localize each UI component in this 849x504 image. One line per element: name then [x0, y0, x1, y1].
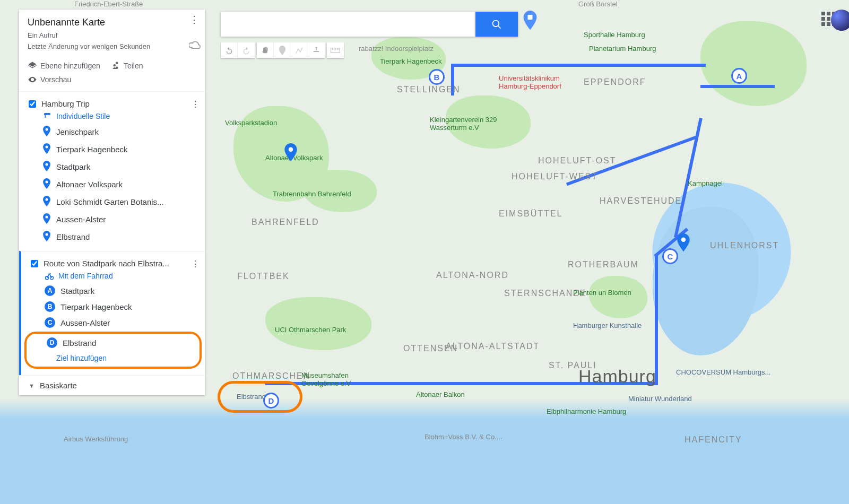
place-label: Loki Schmidt Garten Botanis...: [56, 197, 164, 206]
label-eppendorf: EPPENDORF: [584, 77, 646, 87]
layer2-visibility-checkbox[interactable]: [31, 260, 38, 267]
poi-kunsthalle[interactable]: Hamburger Kunsthalle: [573, 321, 642, 329]
search-input[interactable]: [221, 12, 475, 37]
map-title[interactable]: Unbenannte Karte: [28, 17, 196, 28]
svg-rect-12: [331, 48, 340, 53]
measure-button[interactable]: [327, 42, 344, 58]
svg-point-9: [46, 233, 48, 236]
poi-airbus[interactable]: Airbus Werksführung: [64, 435, 128, 443]
waypoint-b[interactable]: B: [429, 69, 445, 85]
label-othmarschen: OTHMARSCHEN: [232, 371, 310, 381]
route-stop-b[interactable]: BTierpark Hagenbeck: [21, 299, 205, 315]
place-altonaer-volkspark[interactable]: Altonaer Volkspark: [19, 176, 205, 193]
waypoint-a[interactable]: A: [731, 68, 747, 84]
label-bahrenfeld: BAHRENFELD: [252, 218, 319, 227]
pan-tool-button[interactable]: [257, 42, 274, 58]
poi-planetarium[interactable]: Planetarium Hamburg: [589, 45, 656, 53]
add-destination-button[interactable]: Ziel hinzufügen: [27, 351, 200, 366]
route-stop-d[interactable]: DElbstrand: [27, 335, 200, 351]
basemap-toggle[interactable]: ▼ Basiskarte: [19, 375, 205, 395]
svg-point-1: [681, 237, 686, 242]
preview-button[interactable]: Vorschau: [28, 75, 71, 84]
pin-icon: [42, 213, 51, 225]
route-stop-label: Stadtpark: [60, 286, 94, 296]
account-avatar[interactable]: [831, 10, 849, 31]
label-altona-nord: ALTONA-NORD: [436, 271, 509, 280]
layer2-overflow-menu[interactable]: ⋮: [192, 259, 200, 268]
place-jenischpark[interactable]: Jenischpark: [19, 123, 205, 141]
add-marker-button[interactable]: [274, 42, 291, 58]
redo-button[interactable]: [238, 42, 255, 58]
poi-planten-un-blomen[interactable]: Planten un Blomen: [573, 289, 631, 297]
draw-line-button[interactable]: [291, 42, 308, 58]
route-stop-a[interactable]: AStadtpark: [21, 283, 205, 299]
poi-trabrennbahn[interactable]: Trabrennbahn Bahrenfeld: [273, 190, 351, 198]
poi-miniatur[interactable]: Miniatur Wunderland: [628, 395, 692, 403]
poi-indoorspielplatz[interactable]: rabatzz! Indoorspielplatz: [359, 45, 434, 53]
poi-uke[interactable]: Universitätsklinikum Hamburg-Eppendorf: [499, 74, 584, 90]
map-views: Ein Aufruf: [28, 31, 196, 39]
label-hafencity: HAFENCITY: [685, 435, 742, 445]
route-stop-c[interactable]: CAussen-Alster: [21, 315, 205, 331]
svg-point-3: [46, 128, 48, 131]
poi-volksparkstadion[interactable]: Volksparkstadion: [225, 119, 277, 127]
search-button[interactable]: [475, 12, 518, 37]
place-label: Elbstrand: [56, 232, 90, 241]
svg-point-7: [46, 198, 48, 201]
poi-blohmvoss[interactable]: Blohm+Voss B.V. & Co....: [424, 433, 503, 441]
label-altona-altstadt: ALTONA-ALTSTADT: [446, 342, 540, 351]
basemap-label: Basiskarte: [40, 381, 77, 390]
layer1-overflow-menu[interactable]: ⋮: [192, 99, 200, 109]
share-label: Teilen: [124, 62, 143, 70]
add-layer-label: Ebene hinzufügen: [40, 62, 100, 70]
add-directions-button[interactable]: [308, 42, 325, 58]
layer1-visibility-checkbox[interactable]: [29, 100, 36, 108]
route-letter-a: A: [45, 285, 55, 296]
map-overflow-menu[interactable]: ⋮: [189, 14, 200, 25]
share-button[interactable]: Teilen: [111, 61, 143, 71]
place-elbstrand[interactable]: Elbstrand: [19, 228, 205, 246]
sidebar-header: Unbenannte Karte Ein Aufruf Letzte Änder…: [19, 10, 205, 56]
layer2-travelmode-button[interactable]: Mit dem Fahrrad: [21, 269, 205, 283]
preview-label: Vorschau: [40, 75, 71, 84]
poi-uci[interactable]: UCI Othmarschen Park: [275, 326, 346, 334]
search-bar: [221, 12, 518, 37]
pin-icon: [42, 178, 51, 190]
poi-museumshafen[interactable]: Museumshafen Oevelgönne e.V: [301, 371, 370, 387]
undo-button[interactable]: [221, 42, 238, 58]
route-stop-label: Elbstrand: [63, 338, 96, 347]
add-layer-button[interactable]: Ebene hinzufügen: [28, 61, 100, 71]
waypoint-c[interactable]: C: [662, 248, 678, 264]
shopping-pin-icon[interactable]: [523, 11, 538, 30]
poi-elbphilharmonie[interactable]: Elbphilharmonie Hamburg: [547, 407, 626, 415]
place-label: Tierpark Hagenbeck: [56, 145, 128, 154]
marker-icon: [279, 46, 286, 55]
poi-friedrich-ebert-str[interactable]: Friedrich-Ebert-Straße: [74, 0, 143, 8]
layer1-header[interactable]: Hamburg Trip ⋮: [19, 96, 205, 109]
poi-chocoversum[interactable]: CHOCOVERSUM Hamburgs...: [676, 368, 770, 376]
map-highlight-elbstrand: [218, 381, 302, 413]
share-icon: [111, 61, 120, 71]
poi-tierpark-hagenbeck[interactable]: Tierpark Hagenbeck: [380, 57, 442, 65]
poi-kleingarten[interactable]: Kleingartenverein 329 Wasserturm e.V: [430, 116, 509, 132]
poi-altonaer-balkon[interactable]: Altonaer Balkon: [416, 390, 465, 398]
poi-kampnagel[interactable]: Kampnagel: [688, 179, 723, 187]
place-loki-schmidt[interactable]: Loki Schmidt Garten Botanis...: [19, 193, 205, 211]
layer2-header[interactable]: Route von Stadtpark nach Elbstra... ⋮: [21, 256, 205, 269]
poi-gross-borstel[interactable]: Groß Borstel: [578, 0, 618, 8]
place-label: Aussen-Alster: [56, 215, 106, 224]
label-stpauli: ST. PAULI: [549, 361, 597, 370]
place-label: Altonaer Volkspark: [56, 180, 123, 189]
map-pin-icon[interactable]: [284, 143, 296, 155]
layer2-name: Route von Stadtpark nach Elbstra...: [44, 259, 169, 268]
place-aussen-alster[interactable]: Aussen-Alster: [19, 211, 205, 228]
svg-point-6: [46, 180, 48, 183]
place-tierpark-hagenbeck[interactable]: Tierpark Hagenbeck: [19, 141, 205, 158]
poi-sporthalle[interactable]: Sporthalle Hamburg: [584, 31, 645, 39]
svg-point-5: [46, 163, 48, 166]
layer1-style-button[interactable]: Individuelle Stile: [19, 109, 205, 123]
svg-rect-2: [528, 15, 533, 20]
place-stadtpark[interactable]: Stadtpark: [19, 158, 205, 176]
directions-icon: [312, 46, 320, 55]
map-pin-icon[interactable]: [677, 233, 688, 245]
